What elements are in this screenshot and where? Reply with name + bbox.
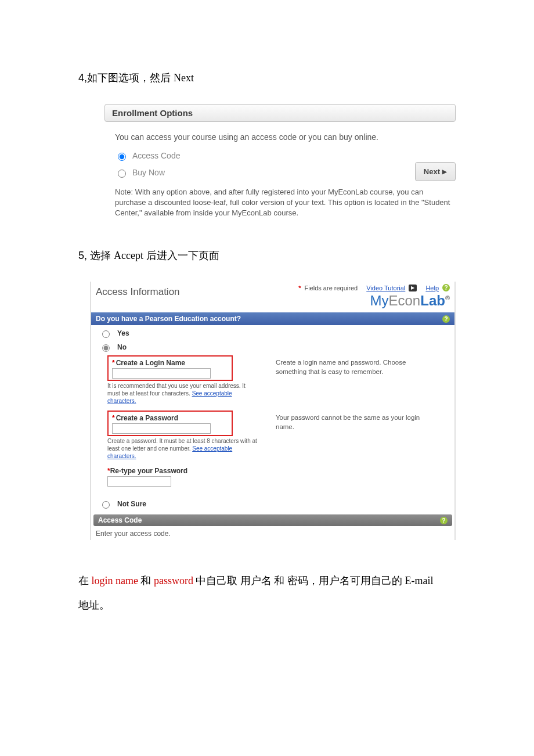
required-note-text: Fields are required: [304, 285, 358, 291]
bottom-prefix: 在: [78, 575, 92, 586]
step5-accept-word: Accept: [114, 250, 143, 261]
login-name-box: *Create a Login Name: [107, 355, 233, 381]
video-tutorial-link[interactable]: Video Tutorial: [366, 285, 405, 291]
password-required-star-icon: *: [112, 414, 115, 422]
brand-my: My: [370, 293, 389, 308]
play-icon[interactable]: ▶: [409, 285, 417, 291]
step4-next-word: Next: [174, 72, 194, 84]
password-box: *Create a Password: [107, 411, 233, 436]
option-buy-now-row[interactable]: Buy Now: [104, 164, 415, 181]
retype-label-text: Re-type your Password: [110, 467, 187, 475]
option-no-radio[interactable]: [102, 344, 110, 352]
step4-prefix: 4,如下图选项，然后: [78, 72, 174, 84]
enrollment-screenshot: Enrollment Options You can access your c…: [104, 104, 456, 219]
login-required-star-icon: *: [112, 359, 115, 367]
option-yes-label: Yes: [117, 329, 129, 337]
login-desc: Create a login name and password. Choose…: [276, 353, 421, 408]
bottom-mid1: 和: [138, 575, 154, 586]
password-hint: Create a password. It must be at least 8…: [107, 437, 258, 460]
password-label-text: Create a Password: [116, 414, 178, 422]
step4-heading: 4,如下图选项，然后 Next: [78, 70, 456, 87]
next-button[interactable]: Next ▶: [415, 162, 456, 181]
option-not-sure-radio[interactable]: [102, 501, 110, 509]
pearson-account-question-text: Do you have a Pearson Education account?: [96, 315, 241, 323]
enrollment-header: Enrollment Options: [104, 104, 456, 122]
password-desc: Your password cannot be the same as your…: [276, 408, 421, 463]
bottom-password: password: [154, 575, 193, 586]
enrollment-note: Note: With any option above, and after f…: [104, 181, 456, 219]
step5-prefix: 5, 选择: [78, 250, 114, 261]
required-star-icon: *: [298, 285, 301, 291]
myeconlab-brand: MyEconLab®: [298, 293, 450, 309]
access-information-screenshot: Access Information * Fields are required…: [90, 282, 456, 540]
help-question-icon[interactable]: ?: [442, 284, 450, 291]
access-info-title: Access Information: [96, 284, 180, 298]
bottom-mid2: 中自己取 用户名 和 密码，用户名可用自己的: [193, 575, 405, 586]
bottom-email: E-mail: [405, 575, 433, 586]
access-code-help-icon[interactable]: ?: [440, 517, 448, 524]
option-yes-radio[interactable]: [102, 330, 110, 338]
access-code-bar: Access Code ?: [93, 514, 452, 526]
required-note-row: * Fields are required Video Tutorial ▶ H…: [298, 284, 450, 291]
login-name-label-text: Create a Login Name: [116, 359, 185, 367]
step5-heading: 5, 选择 Accept 后进入一下页面: [78, 247, 456, 264]
retype-password-input[interactable]: [107, 476, 171, 487]
bottom-line2: 地址。: [78, 593, 456, 617]
option-not-sure-row[interactable]: Not Sure: [91, 496, 454, 510]
option-buy-now-label: Buy Now: [132, 168, 165, 177]
brand-econ: Econ: [389, 293, 421, 308]
pearson-account-question-bar: Do you have a Pearson Education account?…: [91, 312, 454, 325]
option-access-code-label: Access Code: [132, 151, 180, 160]
option-access-code-row[interactable]: Access Code: [104, 147, 456, 164]
enrollment-intro: You can access your course using an acce…: [104, 122, 456, 147]
brand-lab: Lab: [420, 293, 445, 308]
option-buy-now-radio[interactable]: [118, 170, 126, 178]
retype-password-label: *Re-type your Password: [107, 467, 449, 475]
next-button-label: Next: [424, 167, 440, 176]
help-link[interactable]: Help: [425, 285, 439, 291]
brand-registered-icon: ®: [445, 294, 450, 301]
option-yes-row[interactable]: Yes: [91, 325, 454, 339]
step5-suffix: 后进入一下页面: [143, 250, 219, 261]
bottom-login-name: login name: [92, 575, 138, 586]
bottom-paragraph: 在 login name 和 password 中自己取 用户名 和 密码，用户…: [78, 569, 456, 617]
option-access-code-radio[interactable]: [118, 153, 126, 161]
play-triangle-icon: ▶: [442, 168, 447, 175]
access-code-bar-text: Access Code: [98, 516, 142, 524]
bar-help-icon[interactable]: ?: [442, 315, 450, 323]
option-no-label: No: [117, 343, 127, 351]
access-code-note: Enter your access code.: [91, 526, 454, 540]
password-label: *Create a Password: [112, 414, 228, 422]
password-input[interactable]: [112, 423, 211, 434]
login-name-hint: It is recommended that you use your emai…: [107, 382, 258, 405]
option-no-row[interactable]: No: [91, 339, 454, 353]
password-hint-text: Create a password. It must be at least 8…: [107, 438, 257, 452]
login-name-label: *Create a Login Name: [112, 359, 228, 367]
login-name-input[interactable]: [112, 368, 211, 379]
option-not-sure-label: Not Sure: [117, 500, 146, 508]
